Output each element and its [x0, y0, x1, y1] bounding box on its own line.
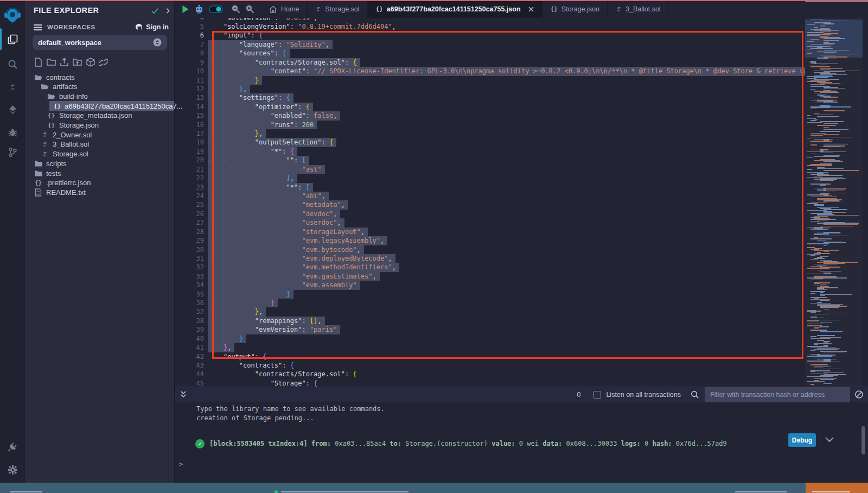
tree-item[interactable]: Storage.sol [25, 149, 174, 159]
home-icon [269, 5, 277, 13]
solidity-icon [616, 5, 622, 13]
debug-button[interactable]: Debug [788, 433, 816, 447]
line-number: 5 [175, 22, 204, 31]
listen-all-checkbox[interactable] [593, 391, 601, 399]
panel-title: FILE EXPLORER [34, 6, 99, 15]
tree-item-label: tests [46, 169, 61, 178]
debugger-icon[interactable] [0, 121, 25, 143]
solidity-icon [41, 141, 49, 148]
remix-logo[interactable] [0, 3, 25, 27]
tab-label: 3_Ballot.sol [626, 5, 661, 13]
tx-expand-chevron[interactable] [825, 437, 834, 443]
ai-assistant-icon[interactable] [194, 4, 204, 14]
plugin-manager-icon[interactable] [0, 435, 25, 457]
tree-item[interactable]: contracts [25, 72, 174, 82]
line-number: 18 [175, 138, 204, 147]
tab-label: Home [281, 5, 299, 13]
tree-item[interactable]: artifacts [25, 82, 174, 92]
tree-item[interactable]: 3_Ballot.sol [25, 140, 174, 149]
hamburger-menu-icon[interactable] [34, 24, 42, 31]
tab-storage-json[interactable]: {}Storage.json [542, 0, 608, 18]
folder-icon [34, 160, 42, 167]
line-number: 26 [175, 210, 204, 218]
sign-in-button[interactable]: Sign in [135, 23, 169, 31]
code-line: → → → "contracts/Storage.sol": { [208, 58, 357, 67]
workspace-select[interactable]: default_workspace [33, 35, 167, 50]
code-line: → → → → "content": "// SPDX-License-Iden… [208, 67, 805, 75]
new-file-icon[interactable] [34, 58, 43, 67]
minimap[interactable] [805, 18, 863, 387]
transaction-row[interactable]: ✓ [block:5583405 txIndex:4] from: 0xa03.… [195, 436, 857, 451]
code-line: → → → → → ], [208, 174, 294, 182]
line-number: 16 [175, 121, 204, 129]
tree-item[interactable]: 2_Owner.sol [25, 130, 174, 140]
line-number: 42 [175, 352, 204, 361]
tree-item[interactable]: tests [25, 168, 174, 178]
zoom-out-icon[interactable] [231, 4, 240, 14]
code-line: → → → → → → "evm.bytecode", [208, 245, 361, 254]
search-icon [691, 390, 699, 399]
code-line: "solcVersion": "0.8.19", [208, 18, 317, 22]
line-number: 7 [175, 40, 204, 49]
copilot-toggle[interactable] [209, 5, 223, 14]
updown-icon [153, 38, 162, 47]
code-line: → → → → → → "evm.legacyAssembly", [208, 236, 384, 245]
deploy-run-icon[interactable] [0, 99, 25, 121]
code-line: → → → → → → "evm.assembly" [208, 281, 357, 289]
tab-storage-sol[interactable]: Storage.sol [307, 0, 367, 18]
code-line: → → "settings": { [208, 93, 290, 102]
tree-item[interactable]: build-info [25, 91, 174, 101]
code-line: → → → → → → "metadata", [208, 200, 345, 209]
line-number: 12 [175, 85, 204, 93]
folder-open-icon [41, 83, 49, 90]
sign-in-label: Sign in [146, 23, 169, 31]
line-number: 30 [175, 245, 204, 254]
tab-home[interactable]: Home [261, 0, 307, 18]
json-icon: {} [551, 5, 558, 12]
git-icon[interactable] [0, 141, 25, 163]
tree-item[interactable]: {}.prettierrc.json [25, 178, 174, 188]
tree-item[interactable]: {}Storage.json [25, 121, 174, 130]
tree-item-label: a69b43f277ba20fcac141151250ca7... [65, 102, 182, 110]
transaction-count-badge: 0 [577, 390, 580, 399]
chevron-right-icon[interactable] [164, 7, 171, 15]
zoom-in-icon[interactable] [245, 4, 254, 14]
clear-console-icon[interactable] [854, 390, 864, 399]
tab-a69b43f277ba20fcac141151250ca755-json[interactable]: {}a69b43f277ba20fcac141151250ca755.json [368, 0, 542, 18]
tree-item[interactable]: {}Storage_metadata.json [25, 111, 174, 121]
terminal-line: Type the library name to see available c… [196, 405, 385, 413]
code-line: → → "sources": { [208, 49, 286, 58]
file-explorer-icon[interactable] [0, 28, 25, 50]
line-number: 20 [175, 156, 204, 165]
top-accent-line [0, 0, 868, 1]
link-icon[interactable] [99, 58, 108, 67]
upload-file-icon[interactable] [60, 58, 69, 67]
terminal-prompt[interactable]: > [179, 460, 183, 468]
line-number: 35 [175, 290, 204, 299]
settings-gear-icon[interactable] [0, 459, 25, 481]
workspace-name: default_workspace [38, 39, 101, 47]
line-number: 37 [175, 307, 204, 316]
code-editor[interactable]: 4 "solcVersion": "0.8.19",5 "solcLongVer… [175, 18, 805, 387]
tree-item[interactable]: {}a69b43f277ba20fcac141151250ca7... [25, 101, 174, 111]
terminal-output[interactable]: Type the library name to see available c… [175, 402, 868, 483]
search-icon[interactable] [0, 53, 25, 75]
tab-3-ballot-sol[interactable]: 3_Ballot.sol [608, 0, 669, 18]
new-folder-icon[interactable] [47, 58, 56, 67]
solidity-compiler-icon[interactable] [0, 76, 25, 98]
terminal-expand-icon[interactable] [180, 390, 187, 399]
status-orange-segment[interactable] [806, 483, 868, 493]
tree-item[interactable]: scripts [25, 159, 174, 168]
cube-icon[interactable] [86, 58, 95, 67]
code-line: "output": { [208, 352, 266, 361]
upload-folder-icon[interactable] [73, 58, 82, 67]
terminal-scrollbar[interactable] [861, 426, 865, 454]
code-line: → → → → → → "userdoc", [208, 218, 341, 227]
code-line: → → } [208, 334, 243, 343]
transaction-filter-input[interactable] [705, 387, 850, 402]
run-script-button[interactable] [181, 5, 189, 14]
line-number: 8 [175, 49, 204, 58]
tree-item[interactable]: README.txt [25, 187, 174, 197]
code-line: → → → → → "*": [ [208, 183, 310, 192]
close-tab-icon[interactable] [528, 6, 534, 12]
